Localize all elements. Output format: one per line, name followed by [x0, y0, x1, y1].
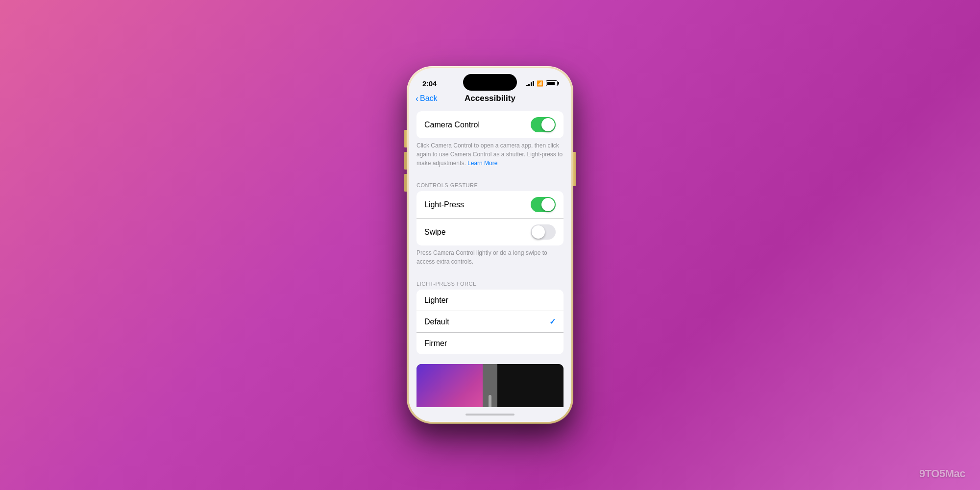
signal-icon: [526, 80, 535, 86]
light-press-toggle[interactable]: [531, 197, 556, 212]
back-label: Back: [420, 94, 438, 103]
preview-left-panel: [416, 364, 483, 407]
firmer-row[interactable]: Firmer: [416, 333, 564, 354]
watermark: 9TO5Mac: [919, 467, 965, 480]
controls-gesture-description: Press Camera Control lightly or do a lon…: [409, 245, 571, 271]
light-press-label: Light-Press: [424, 200, 464, 209]
learn-more-link[interactable]: Learn More: [467, 160, 497, 167]
camera-control-row: Camera Control: [416, 111, 564, 138]
camera-control-card: Camera Control: [416, 111, 564, 138]
pill-indicator: [489, 395, 491, 408]
swipe-label: Swipe: [424, 228, 446, 237]
swipe-toggle[interactable]: [531, 224, 556, 240]
battery-icon: [546, 80, 558, 86]
page-title: Accessibility: [465, 94, 515, 103]
preview-center-panel: [483, 364, 497, 407]
content-area: Camera Control Click Camera Control to o…: [409, 107, 571, 407]
lighter-label: Lighter: [424, 296, 448, 305]
default-label: Default: [424, 318, 449, 326]
nav-bar: ‹ Back Accessibility: [409, 92, 571, 107]
preview-right-panel: [497, 364, 564, 407]
status-time: 2:04: [422, 79, 437, 88]
camera-control-toggle[interactable]: [531, 117, 556, 132]
chevron-left-icon: ‹: [416, 94, 418, 103]
status-icons: 📶: [526, 80, 558, 87]
dynamic-island: [463, 74, 517, 91]
camera-preview: [416, 364, 564, 407]
camera-control-label: Camera Control: [424, 121, 480, 129]
checkmark-icon: ✓: [549, 317, 556, 326]
home-bar: [466, 414, 514, 416]
screen: 2:04 📶 ‹: [409, 68, 571, 422]
camera-control-description: Click Camera Control to open a camera ap…: [409, 138, 571, 172]
light-press-row: Light-Press: [416, 191, 564, 219]
lighter-row[interactable]: Lighter: [416, 290, 564, 311]
light-press-force-section: LIGHT-PRESS FORCE Lighter Default ✓ Firm…: [409, 281, 571, 354]
controls-gesture-desc-text: Press Camera Control lightly or do a lon…: [416, 248, 564, 266]
swipe-row: Swipe: [416, 219, 564, 245]
firmer-label: Firmer: [424, 339, 447, 348]
wifi-icon: 📶: [537, 80, 543, 87]
home-indicator: [409, 407, 571, 422]
controls-gesture-section: CONTROLS GESTURE Light-Press Swipe: [409, 182, 571, 271]
camera-control-section: Camera Control Click Camera Control to o…: [409, 111, 571, 172]
status-bar: 2:04 📶: [409, 68, 571, 92]
back-button[interactable]: ‹ Back: [416, 94, 438, 103]
phone-device: 2:04 📶 ‹: [407, 66, 573, 424]
controls-gesture-card: Light-Press Swipe: [416, 191, 564, 245]
default-row[interactable]: Default ✓: [416, 311, 564, 333]
controls-gesture-header: CONTROLS GESTURE: [409, 182, 571, 191]
light-press-force-card: Lighter Default ✓ Firmer: [416, 290, 564, 354]
light-press-force-header: LIGHT-PRESS FORCE: [409, 281, 571, 290]
